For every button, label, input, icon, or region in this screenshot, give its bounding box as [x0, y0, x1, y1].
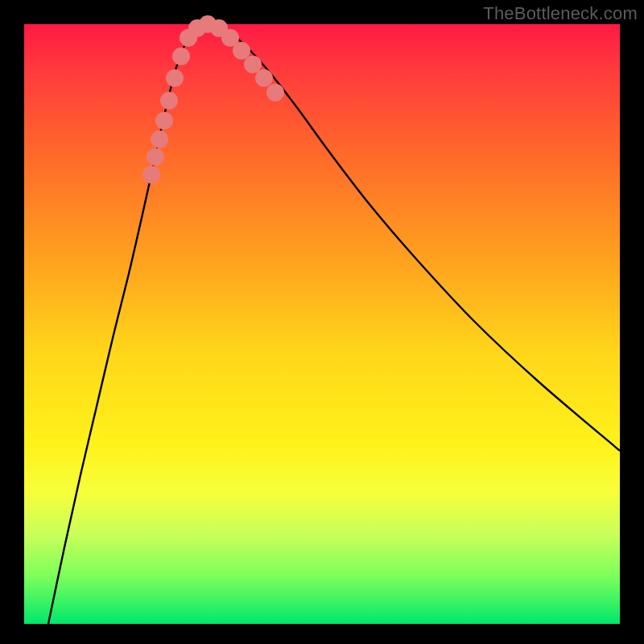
bead	[142, 166, 160, 184]
bead	[151, 130, 168, 148]
plot-area	[24, 24, 620, 624]
bead	[255, 69, 273, 87]
bead	[266, 84, 284, 101]
bead	[155, 112, 173, 130]
highlight-beads	[142, 15, 284, 184]
chart-frame: TheBottleneck.com	[0, 0, 644, 644]
bead	[147, 148, 164, 166]
bead	[166, 69, 184, 87]
bead	[172, 47, 190, 65]
watermark-text: TheBottleneck.com	[483, 3, 638, 24]
bottleneck-curve	[48, 24, 620, 624]
bead	[244, 56, 262, 73]
bead	[233, 42, 250, 60]
bottleneck-curve-svg	[24, 24, 620, 624]
bead	[160, 92, 178, 109]
